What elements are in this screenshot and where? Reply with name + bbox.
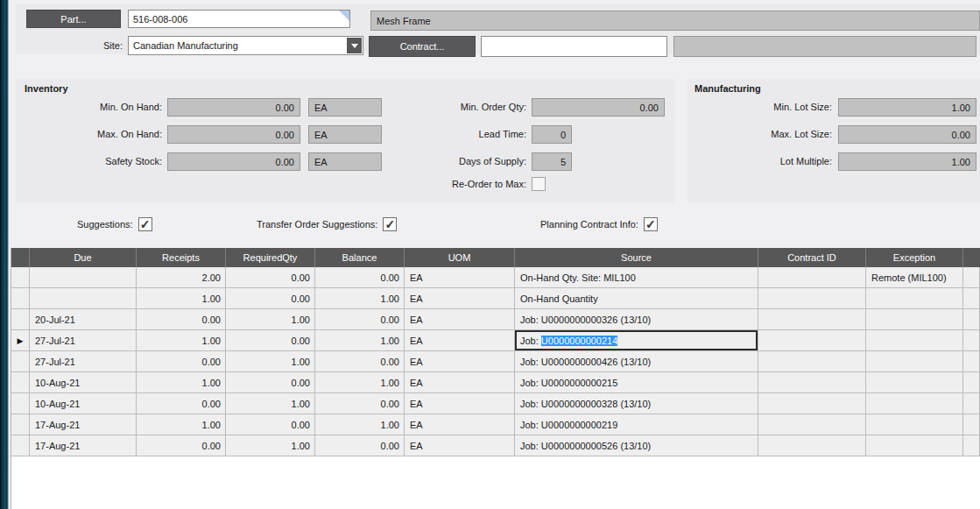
uom-cell[interactable]: EA <box>405 309 515 330</box>
exception-cell[interactable] <box>866 330 963 351</box>
column-header-balance[interactable]: Balance <box>315 248 405 267</box>
uom-cell[interactable]: EA <box>405 288 515 309</box>
exception-cell[interactable] <box>866 372 963 393</box>
balance-cell[interactable]: 0.00 <box>315 393 405 414</box>
uom-cell[interactable]: EA <box>405 372 515 393</box>
contract-button[interactable]: Contract... <box>369 36 476 57</box>
receipts-cell[interactable]: 1.00 <box>137 414 226 435</box>
planning-contract-checkbox[interactable]: ✓ <box>644 217 658 231</box>
source-cell[interactable]: Job: U0000000000426 (13/10) <box>515 351 758 372</box>
requiredqty-cell[interactable]: 1.00 <box>226 351 315 372</box>
requiredqty-cell[interactable]: 1.00 <box>226 309 315 330</box>
part-button[interactable]: Part... <box>26 10 121 28</box>
column-header-requiredqty[interactable]: RequiredQty <box>226 248 315 267</box>
contract-id-cell[interactable] <box>758 309 866 330</box>
transfer-suggestions-checkbox[interactable]: ✓ <box>383 217 397 231</box>
reorder-to-max-checkbox[interactable] <box>532 177 546 191</box>
uom-cell[interactable]: EA <box>405 435 515 456</box>
table-row[interactable]: 17-Aug-21 1.00 0.00 1.00 EA Job: U000000… <box>11 414 980 435</box>
receipts-cell[interactable]: 1.00 <box>137 288 226 309</box>
contract-id-cell[interactable] <box>758 435 866 456</box>
due-cell[interactable] <box>30 288 137 309</box>
column-header-contract-id[interactable]: Contract ID <box>758 248 866 267</box>
table-row[interactable]: 10-Aug-21 1.00 0.00 1.00 EA Job: U000000… <box>11 372 980 393</box>
uom-cell[interactable]: EA <box>405 393 515 414</box>
due-cell[interactable]: 27-Jul-21 <box>30 351 137 372</box>
receipts-cell[interactable]: 0.00 <box>137 351 226 372</box>
balance-cell[interactable]: 0.00 <box>315 435 405 456</box>
receipts-cell[interactable]: 2.00 <box>137 267 226 288</box>
source-cell[interactable]: Job: U0000000000526 (13/10) <box>515 435 758 456</box>
row-selector-cell[interactable] <box>11 372 30 393</box>
contract-id-cell[interactable] <box>758 393 866 414</box>
table-row-selected[interactable]: ▶ 27-Jul-21 1.00 0.00 1.00 EA Job: U0000… <box>11 330 980 351</box>
table-row[interactable]: 17-Aug-21 0.00 1.00 0.00 EA Job: U000000… <box>11 435 980 456</box>
requiredqty-cell[interactable]: 0.00 <box>226 414 315 435</box>
column-header-source[interactable]: Source <box>515 248 758 267</box>
receipts-cell[interactable]: 0.00 <box>137 309 226 330</box>
suggestions-checkbox[interactable]: ✓ <box>138 217 152 231</box>
exception-cell[interactable] <box>866 351 963 372</box>
due-cell[interactable]: 17-Aug-21 <box>30 435 137 456</box>
source-cell[interactable]: Job: U0000000000219 <box>515 414 758 435</box>
source-cell-focused[interactable]: Job: U0000000000214 <box>515 330 758 351</box>
due-cell[interactable]: 10-Aug-21 <box>30 393 137 414</box>
row-selector-cell[interactable] <box>11 351 30 372</box>
table-row[interactable]: 27-Jul-21 0.00 1.00 0.00 EA Job: U000000… <box>11 351 980 372</box>
row-selector-cell[interactable] <box>11 414 30 435</box>
table-row[interactable]: 20-Jul-21 0.00 1.00 0.00 EA Job: U000000… <box>11 309 980 330</box>
uom-cell[interactable]: EA <box>405 351 515 372</box>
contract-id-cell[interactable] <box>758 372 866 393</box>
table-row[interactable]: 2.00 0.00 0.00 EA On-Hand Qty. Site: MIL… <box>11 267 980 288</box>
requiredqty-cell[interactable]: 1.00 <box>226 393 315 414</box>
contract-id-cell[interactable] <box>758 288 866 309</box>
exception-cell[interactable]: Remote (MIL100) <box>866 267 963 288</box>
source-cell[interactable]: Job: U0000000000326 (13/10) <box>515 309 758 330</box>
requiredqty-cell[interactable]: 0.00 <box>226 372 315 393</box>
contract-input[interactable] <box>481 36 667 57</box>
balance-cell[interactable]: 1.00 <box>315 414 405 435</box>
source-cell[interactable]: Job: U0000000000215 <box>515 372 758 393</box>
contract-id-cell[interactable] <box>758 267 866 288</box>
due-cell[interactable]: 20-Jul-21 <box>30 309 137 330</box>
site-dropdown[interactable]: Canadian Manufacturing <box>128 36 363 55</box>
uom-cell[interactable]: EA <box>405 330 515 351</box>
site-dropdown-button[interactable] <box>347 38 362 53</box>
exception-cell[interactable] <box>866 414 963 435</box>
column-header-due[interactable]: Due <box>30 248 137 267</box>
contract-id-cell[interactable] <box>758 351 866 372</box>
column-header-receipts[interactable]: Receipts <box>137 248 226 267</box>
row-selector-cell[interactable] <box>11 309 30 330</box>
table-row[interactable]: 10-Aug-21 0.00 1.00 0.00 EA Job: U000000… <box>11 393 980 414</box>
requiredqty-cell[interactable]: 0.00 <box>226 288 315 309</box>
source-cell[interactable]: On-Hand Quantity <box>515 288 758 309</box>
receipts-cell[interactable]: 1.00 <box>137 330 226 351</box>
due-cell[interactable]: 17-Aug-21 <box>30 414 137 435</box>
exception-cell[interactable] <box>866 435 963 456</box>
due-cell[interactable] <box>30 267 137 288</box>
balance-cell[interactable]: 1.00 <box>315 372 405 393</box>
column-header-exception[interactable]: Exception <box>866 248 963 267</box>
uom-cell[interactable]: EA <box>405 267 515 288</box>
row-selector-cell[interactable] <box>11 288 30 309</box>
contract-id-cell[interactable] <box>758 330 866 351</box>
requiredqty-cell[interactable]: 1.00 <box>226 435 315 456</box>
balance-cell[interactable]: 0.00 <box>315 351 405 372</box>
uom-cell[interactable]: EA <box>405 414 515 435</box>
table-row[interactable]: 1.00 0.00 1.00 EA On-Hand Quantity <box>11 288 980 309</box>
row-selector-cell[interactable]: ▶ <box>11 330 30 351</box>
exception-cell[interactable] <box>866 393 963 414</box>
due-cell[interactable]: 27-Jul-21 <box>30 330 137 351</box>
source-cell[interactable]: Job: U0000000000328 (13/10) <box>515 393 758 414</box>
row-selector-cell[interactable] <box>11 267 30 288</box>
receipts-cell[interactable]: 0.00 <box>137 435 226 456</box>
receipts-cell[interactable]: 1.00 <box>137 372 226 393</box>
balance-cell[interactable]: 0.00 <box>315 267 405 288</box>
balance-cell[interactable]: 0.00 <box>315 309 405 330</box>
row-selector-cell[interactable] <box>11 393 30 414</box>
requiredqty-cell[interactable]: 0.00 <box>226 267 315 288</box>
balance-cell[interactable]: 1.00 <box>315 330 405 351</box>
exception-cell[interactable] <box>866 309 963 330</box>
source-cell[interactable]: On-Hand Qty. Site: MIL100 <box>515 267 758 288</box>
part-number-input[interactable]: 516-008-006 <box>128 10 350 28</box>
